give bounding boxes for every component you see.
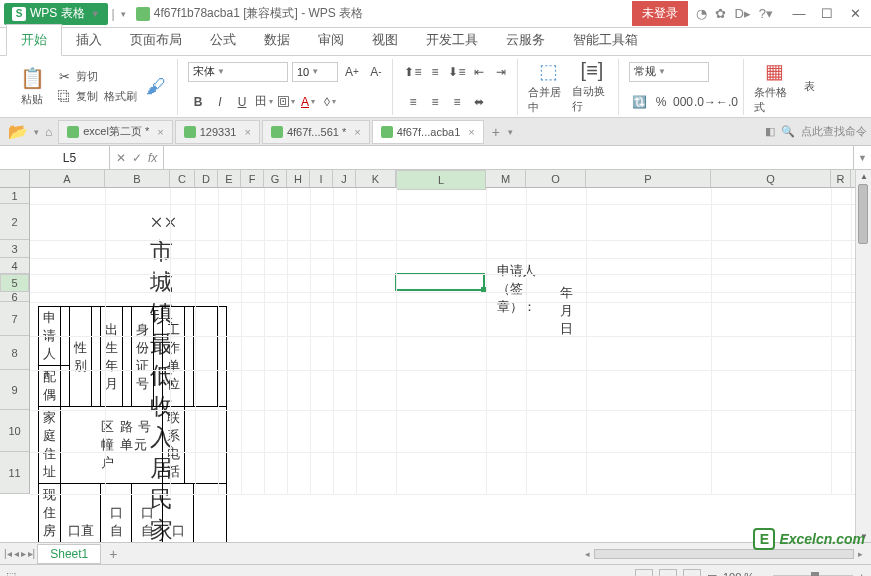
increase-decimal-button[interactable]: .0→ xyxy=(695,92,715,112)
cell-phone-value[interactable] xyxy=(185,407,227,484)
select-all-corner[interactable] xyxy=(0,170,30,187)
cell-blank[interactable] xyxy=(154,307,163,407)
align-left-button[interactable]: ≡ xyxy=(403,92,423,112)
new-tab-button[interactable]: + xyxy=(486,124,506,140)
zoom-out-button[interactable]: − xyxy=(760,571,766,577)
table-style-button[interactable]: 表 xyxy=(798,59,820,115)
quick-access-caret-icon[interactable]: ▾ xyxy=(121,9,126,19)
cell-opt-direct[interactable]: 口直管公房 xyxy=(61,484,101,543)
cut-button[interactable]: ✂剪切 xyxy=(56,69,137,85)
zoom-label[interactable]: 100 % xyxy=(723,571,754,577)
doc-tab-1[interactable]: excel第二页 *× xyxy=(58,120,172,144)
col-header-J[interactable]: J xyxy=(333,170,356,187)
font-size-select[interactable]: 10▼ xyxy=(292,62,338,82)
fx-icon[interactable]: fx xyxy=(148,151,157,165)
cell-address-value[interactable]: 区 路 号 幢 单元 户 xyxy=(61,407,163,484)
page-break-view-icon[interactable] xyxy=(683,569,701,577)
scroll-thumb[interactable] xyxy=(858,184,868,244)
decrease-decimal-button[interactable]: ←.0 xyxy=(717,92,737,112)
wrap-text-button[interactable]: [≡] 自动换行 xyxy=(572,59,612,115)
col-header-M[interactable]: M xyxy=(486,170,526,187)
row-header-7[interactable]: 7 xyxy=(0,302,29,336)
cell-opt-private[interactable]: 口自有私房 xyxy=(132,484,163,543)
first-sheet-icon[interactable]: |◂ xyxy=(4,548,12,559)
doc-tab-3[interactable]: 4f67f...561 *× xyxy=(262,120,370,144)
col-header-E[interactable]: E xyxy=(218,170,241,187)
doc-tab-2[interactable]: 129331× xyxy=(175,120,260,144)
col-header-I[interactable]: I xyxy=(310,170,333,187)
row-header-2[interactable]: 2 xyxy=(0,204,29,240)
collapse-ribbon-icon[interactable]: ◧ xyxy=(765,125,775,138)
spreadsheet-grid[interactable]: ABCDEFGHIJKLMOPQR 1234567891011 ××市城镇最低收… xyxy=(0,170,855,542)
decrease-font-button[interactable]: A- xyxy=(366,62,386,82)
tab-page-layout[interactable]: 页面布局 xyxy=(116,25,196,55)
col-header-K[interactable]: K xyxy=(356,170,396,187)
conditional-format-button[interactable]: ▦ 条件格式 xyxy=(754,59,794,115)
cell-workplace[interactable]: 工 作单 位 xyxy=(163,307,185,407)
skin-icon[interactable]: ◔ xyxy=(696,6,707,21)
cell-id[interactable]: 身 份证 号 xyxy=(132,307,154,407)
increase-font-button[interactable]: A+ xyxy=(342,62,362,82)
zoom-in-button[interactable]: + xyxy=(859,571,865,577)
cell-ownership-label[interactable]: 现住房产权性质 xyxy=(39,484,61,543)
fx-confirm-icon[interactable]: ✓ xyxy=(132,151,142,165)
row-header-3[interactable]: 3 xyxy=(0,240,29,258)
close-icon[interactable]: × xyxy=(468,126,474,138)
col-header-L[interactable]: L xyxy=(396,170,486,190)
cell-blank[interactable] xyxy=(92,307,101,407)
cell-blank[interactable] xyxy=(218,307,227,407)
cell-birth[interactable]: 出生年月 xyxy=(101,307,123,407)
tab-data[interactable]: 数据 xyxy=(250,25,304,55)
align-right-button[interactable]: ≡ xyxy=(447,92,467,112)
row-header-6[interactable]: 6 xyxy=(0,292,29,302)
merge-split-button[interactable]: ⬌ xyxy=(469,92,489,112)
cells-area[interactable]: ××市城镇最低收入居民家庭住房保障申请表 申请人（签章）： 年 月 日 申 请 … xyxy=(30,188,855,494)
fill-color-button[interactable]: 🞖▾ xyxy=(276,92,296,112)
add-sheet-button[interactable]: + xyxy=(103,546,123,562)
font-color-button[interactable]: A▾ xyxy=(298,92,318,112)
cell-phone-label[interactable]: 联 系电 话 xyxy=(163,407,185,484)
row-header-5[interactable]: 5 xyxy=(0,274,29,292)
normal-view-icon[interactable] xyxy=(635,569,653,577)
prev-sheet-icon[interactable]: ◂ xyxy=(14,548,19,559)
login-button[interactable]: 未登录 xyxy=(632,1,688,26)
col-header-F[interactable]: F xyxy=(241,170,264,187)
vertical-scrollbar[interactable]: ▲ ▼ xyxy=(855,170,871,542)
tab-smart-tools[interactable]: 智能工具箱 xyxy=(559,25,652,55)
name-box[interactable]: L5 xyxy=(30,146,110,169)
row-header-4[interactable]: 4 xyxy=(0,258,29,274)
app-brand[interactable]: S WPS 表格 ▼ xyxy=(4,3,108,25)
maximize-button[interactable]: ☐ xyxy=(815,4,839,24)
hscroll-left-icon[interactable]: ◂ xyxy=(585,549,590,559)
tab-insert[interactable]: 插入 xyxy=(62,25,116,55)
close-icon[interactable]: × xyxy=(157,126,163,138)
page-layout-view-icon[interactable] xyxy=(659,569,677,577)
align-middle-button[interactable]: ≡ xyxy=(425,62,445,82)
row-header-9[interactable]: 9 xyxy=(0,370,29,410)
tab-dev-tools[interactable]: 开发工具 xyxy=(412,25,492,55)
percent-button[interactable]: % xyxy=(651,92,671,112)
record-macro-icon[interactable]: ⬚ xyxy=(6,570,16,576)
cell-spouse[interactable]: 配 偶 xyxy=(39,366,61,407)
col-header-O[interactable]: O xyxy=(526,170,586,187)
cell-blank[interactable] xyxy=(123,307,132,407)
cell-blank[interactable] xyxy=(185,307,194,407)
close-icon[interactable]: × xyxy=(354,126,360,138)
row-header-1[interactable]: 1 xyxy=(0,188,29,204)
reading-view-icon[interactable]: ▭ xyxy=(707,570,717,576)
clear-format-button[interactable]: ◊▾ xyxy=(320,92,340,112)
col-header-G[interactable]: G xyxy=(264,170,287,187)
tab-formula[interactable]: 公式 xyxy=(196,25,250,55)
tab-view[interactable]: 视图 xyxy=(358,25,412,55)
home-tab-icon[interactable]: ⌂ xyxy=(45,125,52,139)
doc-tab-4[interactable]: 4f67f...acba1× xyxy=(372,120,484,144)
indent-right-button[interactable]: ⇥ xyxy=(491,62,511,82)
tab-cloud[interactable]: 云服务 xyxy=(492,25,559,55)
col-header-A[interactable]: A xyxy=(30,170,105,187)
settings-icon[interactable]: ✿ xyxy=(715,6,726,21)
col-header-D[interactable]: D xyxy=(195,170,218,187)
scroll-up-icon[interactable]: ▲ xyxy=(857,170,871,182)
tab-list-button[interactable]: ▾ xyxy=(508,127,513,137)
comma-button[interactable]: 000 xyxy=(673,92,693,112)
fx-cancel-icon[interactable]: ✕ xyxy=(116,151,126,165)
